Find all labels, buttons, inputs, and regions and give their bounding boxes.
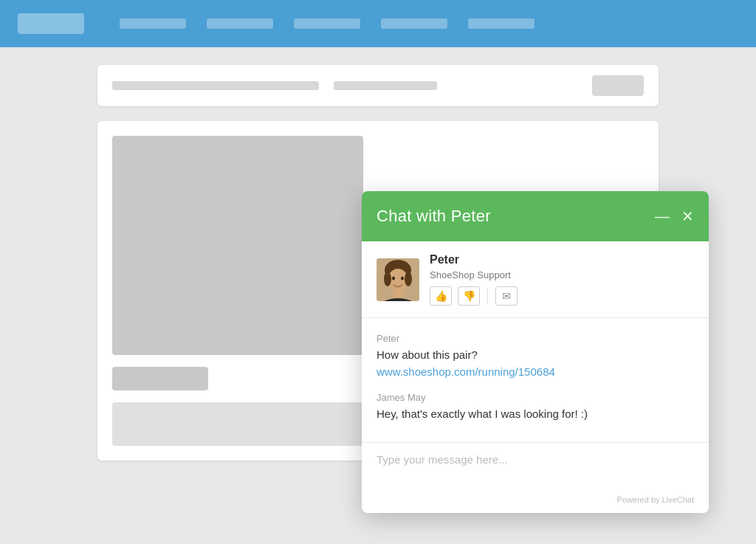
- chat-header: Chat with Peter — ✕: [362, 191, 709, 241]
- agent-actions: 👍 👎 ✉: [430, 286, 694, 306]
- chat-input-placeholder: Type your message here...: [377, 453, 694, 466]
- chat-close-button[interactable]: ✕: [681, 209, 694, 224]
- powered-by-text: Powered by LiveChat: [616, 495, 694, 504]
- message-sender-peter: Peter: [377, 333, 694, 344]
- chat-powered: Powered by LiveChat: [362, 486, 709, 513]
- chat-input-area[interactable]: Type your message here...: [362, 442, 709, 486]
- nav-item: [468, 18, 535, 29]
- message-link[interactable]: www.shoeshop.com/running/150684: [377, 365, 555, 378]
- top-nav: [0, 0, 756, 47]
- chat-minimize-button[interactable]: —: [655, 209, 670, 224]
- message-group-peter: Peter How about this pair? www.shoeshop.…: [377, 333, 694, 380]
- thumbs-up-button[interactable]: 👍: [430, 286, 452, 306]
- svg-rect-5: [394, 291, 402, 298]
- chat-header-actions: — ✕: [655, 209, 694, 224]
- card-text: [112, 402, 363, 446]
- nav-items: [120, 18, 535, 29]
- svg-point-6: [384, 272, 391, 286]
- nav-item: [207, 18, 273, 29]
- agent-info: Peter ShoeShop Support 👍 👎 ✉: [362, 241, 709, 318]
- chat-widget: Chat with Peter — ✕: [362, 191, 709, 513]
- agent-details: Peter ShoeShop Support 👍 👎 ✉: [430, 253, 694, 306]
- agent-company: ShoeShop Support: [430, 269, 694, 280]
- search-bar-mock-button: [592, 75, 644, 96]
- thumbs-down-button[interactable]: 👎: [458, 286, 480, 306]
- search-bar-mock-input: [112, 81, 319, 90]
- chat-title: Chat with Peter: [377, 207, 491, 226]
- svg-point-4: [401, 276, 404, 280]
- message-text-james: Hey, that's exactly what I was looking f…: [377, 406, 694, 423]
- email-button[interactable]: ✉: [495, 286, 518, 306]
- action-divider: [487, 289, 488, 303]
- message-group-james: James May Hey, that's exactly what I was…: [377, 392, 694, 423]
- main-content: Chat with Peter — ✕: [0, 47, 756, 478]
- nav-item: [381, 18, 447, 29]
- nav-item: [120, 18, 186, 29]
- card-image: [112, 136, 363, 355]
- message-text-peter: How about this pair? www.shoeshop.com/ru…: [377, 347, 694, 380]
- svg-point-7: [405, 272, 412, 286]
- agent-avatar: [377, 258, 419, 301]
- agent-name: Peter: [430, 253, 694, 266]
- search-bar: [97, 65, 659, 106]
- nav-item: [294, 18, 360, 29]
- message-sender-james: James May: [377, 392, 694, 403]
- svg-point-3: [392, 276, 395, 280]
- card-button: [112, 367, 208, 390]
- nav-logo: [18, 13, 84, 34]
- chat-messages: Peter How about this pair? www.shoeshop.…: [362, 318, 709, 442]
- search-bar-mock-filter: [334, 81, 437, 90]
